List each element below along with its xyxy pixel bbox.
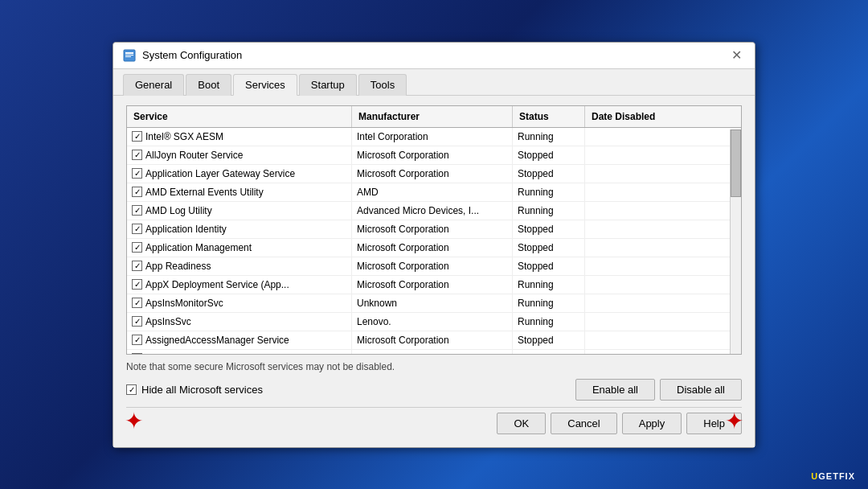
status-col: Stopped bbox=[513, 257, 585, 275]
status-col: Stopped bbox=[513, 146, 585, 164]
service-name: Application Management bbox=[145, 242, 252, 253]
service-checkbox[interactable] bbox=[132, 150, 142, 160]
table-row: Application Management Microsoft Corpora… bbox=[127, 239, 741, 257]
tab-startup[interactable]: Startup bbox=[299, 74, 357, 96]
service-name-col: AssignedAccessManager Service bbox=[127, 331, 352, 349]
service-name: Application Layer Gateway Service bbox=[145, 168, 295, 179]
window-icon bbox=[123, 49, 136, 62]
service-checkbox[interactable] bbox=[132, 242, 142, 253]
manufacturer-col: Microsoft Corporation bbox=[352, 239, 513, 257]
service-name: Windows Audio Endpoint Builder bbox=[145, 353, 285, 354]
service-name: Intel® SGX AESM bbox=[145, 131, 223, 142]
hide-microsoft-label: Hide all Microsoft services bbox=[141, 384, 263, 396]
svg-rect-1 bbox=[125, 52, 133, 54]
date-disabled-col bbox=[585, 171, 741, 177]
manufacturer-col: Advanced Micro Devices, I... bbox=[352, 202, 513, 220]
ok-button[interactable]: OK bbox=[497, 413, 546, 434]
header-manufacturer: Manufacturer bbox=[352, 106, 513, 127]
service-checkbox[interactable] bbox=[132, 298, 142, 308]
disable-all-button[interactable]: Disable all bbox=[660, 379, 742, 401]
status-col: Running bbox=[513, 313, 585, 331]
service-name: AllJoyn Router Service bbox=[145, 150, 243, 161]
scrollbar-thumb[interactable] bbox=[731, 129, 741, 197]
table-row: AMD Log Utility Advanced Micro Devices, … bbox=[127, 202, 741, 220]
tab-bar: General Boot Services Startup Tools bbox=[113, 69, 755, 96]
manufacturer-col: Microsoft Corporation bbox=[352, 350, 513, 354]
footer-buttons: OK Cancel Apply Help bbox=[126, 407, 742, 438]
service-name: AppX Deployment Service (App... bbox=[145, 279, 289, 290]
ugetfix-u: U bbox=[811, 471, 818, 481]
date-disabled-col bbox=[585, 337, 741, 343]
service-name-col: ApsInsMonitorSvc bbox=[127, 294, 352, 312]
table-row: Application Layer Gateway Service Micros… bbox=[127, 165, 741, 183]
service-name: AMD Log Utility bbox=[145, 205, 212, 216]
note-text: Note that some secure Microsoft services… bbox=[126, 361, 742, 372]
hide-microsoft-checkbox[interactable] bbox=[126, 384, 137, 395]
date-disabled-col bbox=[585, 208, 741, 214]
ugetfix-watermark: UGETFIX bbox=[811, 471, 855, 481]
date-disabled-col bbox=[585, 134, 741, 140]
enable-all-button[interactable]: Enable all bbox=[575, 379, 655, 401]
title-bar: System Configuration ✕ bbox=[113, 43, 755, 69]
table-scrollbar[interactable] bbox=[730, 129, 741, 355]
table-row: ApsInsSvc Lenovo. Running bbox=[127, 313, 741, 331]
svg-rect-2 bbox=[125, 55, 133, 55]
service-checkbox[interactable] bbox=[132, 335, 142, 345]
service-checkbox[interactable] bbox=[132, 131, 142, 142]
service-checkbox[interactable] bbox=[132, 279, 142, 290]
cancel-button[interactable]: Cancel bbox=[551, 413, 616, 434]
service-name-col: AMD External Events Utility bbox=[127, 183, 352, 201]
service-checkbox[interactable] bbox=[132, 187, 142, 197]
service-checkbox[interactable] bbox=[132, 353, 142, 354]
header-date-disabled: Date Disabled bbox=[585, 106, 741, 127]
service-checkbox[interactable] bbox=[132, 316, 142, 327]
tab-general[interactable]: General bbox=[123, 74, 184, 96]
service-checkbox[interactable] bbox=[132, 205, 142, 216]
table-row: AssignedAccessManager Service Microsoft … bbox=[127, 331, 741, 350]
service-checkbox[interactable] bbox=[132, 224, 142, 234]
manufacturer-col: Microsoft Corporation bbox=[352, 276, 513, 294]
tab-boot[interactable]: Boot bbox=[186, 74, 231, 96]
date-disabled-col bbox=[585, 152, 741, 158]
status-col: Running bbox=[513, 294, 585, 312]
service-name: AssignedAccessManager Service bbox=[145, 335, 289, 346]
status-col: Running bbox=[513, 128, 585, 146]
service-name-col: Application Layer Gateway Service bbox=[127, 165, 352, 183]
table-row: AppX Deployment Service (App... Microsof… bbox=[127, 276, 741, 294]
tab-tools[interactable]: Tools bbox=[358, 74, 407, 96]
date-disabled-col bbox=[585, 281, 741, 288]
status-col: Running bbox=[513, 202, 585, 220]
table-row: AMD External Events Utility AMD Running bbox=[127, 183, 741, 202]
table-header: Service Manufacturer Status Date Disable… bbox=[127, 106, 741, 128]
tab-content: Service Manufacturer Status Date Disable… bbox=[113, 96, 755, 447]
date-disabled-col bbox=[585, 318, 741, 325]
manufacturer-col: Microsoft Corporation bbox=[352, 331, 513, 349]
service-name: ApsInsSvc bbox=[145, 316, 191, 327]
table-row: AllJoyn Router Service Microsoft Corpora… bbox=[127, 146, 741, 165]
status-col: Running bbox=[513, 276, 585, 294]
table-row: Intel® SGX AESM Intel Corporation Runnin… bbox=[127, 128, 741, 146]
manufacturer-col: Microsoft Corporation bbox=[352, 146, 513, 164]
service-name: App Readiness bbox=[145, 261, 211, 272]
header-service: Service bbox=[127, 106, 352, 127]
close-button[interactable]: ✕ bbox=[728, 49, 745, 62]
service-name: AMD External Events Utility bbox=[145, 187, 264, 198]
svg-rect-3 bbox=[125, 56, 131, 57]
table-row: Windows Audio Endpoint Builder Microsoft… bbox=[127, 350, 741, 354]
status-col: Stopped bbox=[513, 239, 585, 257]
manufacturer-col: Microsoft Corporation bbox=[352, 257, 513, 275]
service-name-col: Windows Audio Endpoint Builder bbox=[127, 350, 352, 354]
table-row: App Readiness Microsoft Corporation Stop… bbox=[127, 257, 741, 276]
date-disabled-col bbox=[585, 226, 741, 232]
apply-button[interactable]: Apply bbox=[622, 413, 682, 434]
service-checkbox[interactable] bbox=[132, 168, 142, 179]
service-name-col: AMD Log Utility bbox=[127, 202, 352, 220]
enable-disable-buttons: Enable all Disable all bbox=[575, 379, 742, 401]
system-configuration-window: System Configuration ✕ General Boot Serv… bbox=[113, 42, 755, 448]
window-title: System Configuration bbox=[142, 49, 728, 61]
date-disabled-col bbox=[585, 263, 741, 269]
service-checkbox[interactable] bbox=[132, 261, 142, 271]
service-name-col: App Readiness bbox=[127, 257, 352, 275]
tab-services[interactable]: Services bbox=[233, 74, 297, 96]
service-name-col: Intel® SGX AESM bbox=[127, 128, 352, 146]
